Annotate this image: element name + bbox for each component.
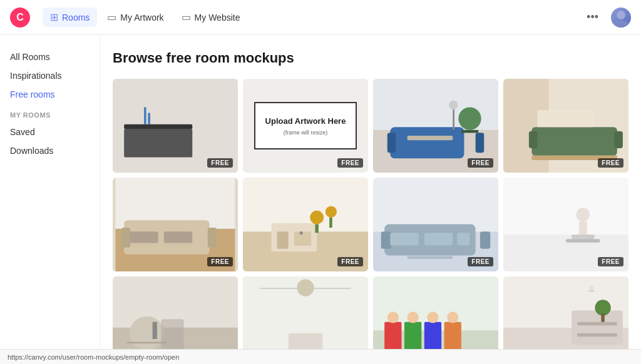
svg-rect-75 (444, 322, 461, 349)
svg-rect-31 (164, 231, 192, 243)
room-item-6[interactable]: FREE (243, 178, 368, 271)
svg-point-76 (387, 311, 399, 323)
svg-rect-58 (566, 239, 600, 242)
svg-rect-14 (453, 107, 454, 129)
sidebar-item-saved[interactable]: Saved (0, 123, 100, 141)
main-area: All Rooms Inspirationals Free rooms MY R… (0, 35, 641, 349)
svg-rect-4 (124, 129, 192, 157)
svg-point-41 (326, 206, 337, 217)
upload-frame: Upload Artwork Here (frame will resize) (254, 102, 357, 149)
room-item-11[interactable]: FREE (373, 276, 498, 349)
svg-rect-63 (153, 322, 157, 339)
svg-rect-3 (124, 124, 192, 129)
upload-sub: (frame will resize) (265, 129, 346, 136)
svg-point-68 (297, 280, 314, 296)
svg-point-79 (447, 311, 458, 323)
svg-rect-29 (208, 228, 217, 248)
room-item-1[interactable]: FREE (113, 79, 238, 173)
svg-rect-9 (390, 127, 464, 158)
svg-point-78 (427, 311, 438, 323)
free-badge-1: FREE (207, 158, 233, 168)
svg-point-85 (595, 300, 610, 315)
svg-rect-30 (130, 231, 158, 243)
svg-rect-33 (235, 178, 238, 271)
sidebar: All Rooms Inspirationals Free rooms MY R… (0, 35, 100, 349)
svg-rect-88 (588, 290, 594, 292)
svg-point-15 (449, 101, 458, 110)
sidebar-item-inspirationals[interactable]: Inspirationals (0, 66, 100, 85)
svg-rect-69 (289, 333, 323, 349)
svg-rect-72 (384, 322, 401, 349)
nav-my-website[interactable]: ▭ My Website (174, 8, 248, 27)
svg-rect-51 (458, 233, 470, 245)
more-button[interactable]: ••• (582, 8, 603, 26)
svg-rect-64 (161, 319, 183, 349)
svg-point-77 (408, 311, 419, 323)
rooms-icon: ⊞ (50, 11, 58, 23)
page-title: Browse free room mockups (113, 50, 628, 66)
svg-rect-84 (577, 333, 617, 336)
main-nav: ⊞ Rooms ▭ My Artwork ▭ My Website (43, 8, 582, 27)
free-badge-3: FREE (468, 158, 493, 168)
room-item-upload[interactable]: Upload Artwork Here (frame will resize) … (243, 79, 368, 173)
svg-rect-43 (300, 231, 303, 235)
svg-rect-50 (424, 233, 453, 245)
sidebar-item-all-rooms[interactable]: All Rooms (0, 48, 100, 66)
svg-rect-28 (121, 228, 131, 248)
room-item-7[interactable]: FREE (373, 178, 498, 271)
svg-point-39 (310, 211, 324, 225)
svg-rect-74 (424, 322, 441, 349)
statusbar-url: https://canvy.com/user/room-mockups/empt… (8, 353, 179, 361)
app-logo[interactable]: C (10, 8, 30, 28)
free-badge-4: FREE (598, 158, 623, 168)
svg-rect-82 (572, 311, 623, 345)
room-item-3[interactable]: FREE (373, 79, 498, 173)
content-area: Browse free room mockups FREE (100, 35, 641, 349)
statusbar: https://canvy.com/user/room-mockups/empt… (0, 349, 641, 364)
svg-rect-6 (148, 113, 150, 124)
svg-rect-10 (387, 133, 396, 153)
svg-rect-83 (577, 322, 617, 325)
svg-point-12 (458, 107, 481, 129)
room-item-8[interactable]: FREE (503, 178, 628, 271)
svg-rect-62 (127, 342, 167, 344)
svg-rect-49 (390, 233, 418, 245)
room-item-4[interactable]: FREE (503, 79, 628, 173)
svg-rect-16 (408, 136, 453, 140)
room-item-5[interactable]: FREE (113, 178, 238, 271)
svg-rect-42 (329, 218, 332, 228)
free-badge-7: FREE (468, 257, 493, 266)
upload-text: Upload Artwork Here (265, 116, 346, 127)
svg-rect-48 (480, 231, 490, 248)
svg-rect-32 (113, 178, 116, 271)
svg-rect-57 (572, 235, 594, 239)
room-item-9[interactable]: FREE (113, 276, 238, 349)
svg-rect-47 (381, 231, 391, 248)
nav-my-artwork[interactable]: ▭ My Artwork (100, 8, 171, 27)
sidebar-item-downloads[interactable]: Downloads (0, 141, 100, 160)
free-badge-6: FREE (337, 257, 363, 266)
user-avatar[interactable] (611, 8, 631, 28)
svg-rect-86 (601, 313, 604, 322)
svg-rect-37 (277, 231, 289, 248)
svg-rect-73 (404, 322, 421, 349)
room-item-10[interactable]: FREE (243, 276, 368, 349)
svg-point-61 (130, 316, 164, 349)
free-badge-2: FREE (337, 158, 363, 168)
free-badge-5: FREE (207, 257, 233, 266)
svg-rect-13 (461, 130, 478, 133)
header-right: ••• (582, 8, 631, 28)
svg-rect-11 (476, 133, 485, 153)
artwork-icon: ▭ (107, 11, 116, 23)
svg-point-1 (613, 20, 628, 28)
svg-point-87 (589, 286, 593, 290)
room-item-12[interactable]: FREE (503, 276, 628, 349)
free-badge-8: FREE (598, 257, 623, 266)
sidebar-item-free-rooms[interactable]: Free rooms (0, 85, 100, 104)
svg-point-55 (576, 208, 590, 221)
svg-rect-52 (408, 256, 453, 259)
website-icon: ▭ (182, 11, 191, 23)
header: C ⊞ Rooms ▭ My Artwork ▭ My Website ••• (0, 0, 641, 35)
svg-rect-5 (144, 107, 146, 124)
nav-rooms[interactable]: ⊞ Rooms (43, 8, 97, 27)
